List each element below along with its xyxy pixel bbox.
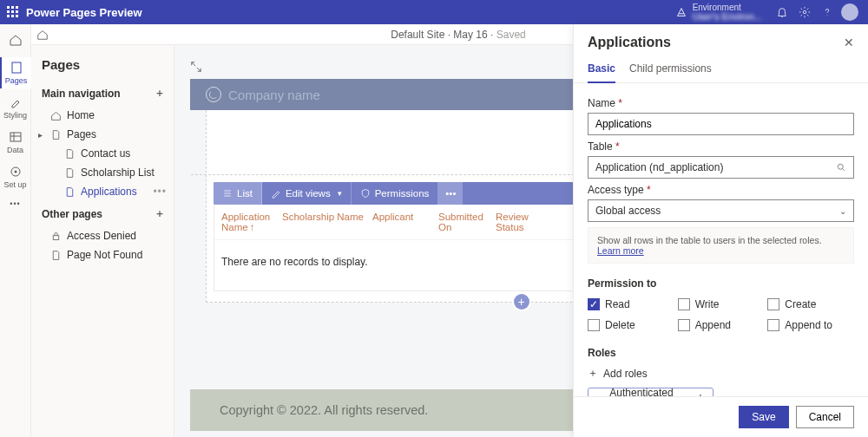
access-hint: Show all rows in the table to users in t…: [588, 227, 854, 264]
chevron-down-icon: ▾: [338, 189, 342, 198]
save-button[interactable]: Save: [739, 406, 788, 428]
role-chip[interactable]: Authenticated Users ⋮: [588, 388, 713, 396]
company-name: Company name: [228, 88, 320, 102]
item-more-icon[interactable]: •••: [153, 186, 167, 198]
panel-title: Applications: [588, 35, 671, 50]
learn-more-link[interactable]: Learn more: [597, 245, 644, 256]
top-bar: Power Pages Preview Environment User's E…: [0, 0, 868, 24]
home-icon: [9, 33, 23, 47]
table-select[interactable]: Application (nd_application): [588, 156, 854, 179]
tree-item-contact[interactable]: Contact us: [31, 144, 174, 163]
access-label: Access type *: [588, 184, 854, 196]
chevron-down-icon: ⌄: [839, 206, 846, 216]
permissions-panel: Applications ✕ Basic Child permissions N…: [573, 24, 868, 437]
chevron-right-icon[interactable]: ▸: [38, 130, 43, 140]
settings-icon[interactable]: [793, 1, 816, 23]
tb-edit-views[interactable]: Edit views▾: [262, 182, 352, 205]
tb-permissions[interactable]: Permissions: [352, 182, 439, 205]
user-avatar[interactable]: [838, 1, 861, 23]
notifications-icon[interactable]: [771, 1, 793, 23]
rail-setup[interactable]: Set up: [0, 161, 31, 192]
col-app-name[interactable]: Application Name↑: [221, 212, 282, 232]
svg-rect-2: [10, 133, 21, 141]
tree-item-access-denied[interactable]: Access Denied: [31, 226, 174, 245]
environment-name: User's Environ...: [693, 12, 762, 22]
add-roles-button[interactable]: ＋Add roles: [588, 366, 854, 381]
tb-list[interactable]: List: [214, 182, 262, 205]
brush-icon: [9, 95, 23, 109]
sort-asc-icon: ↑: [250, 222, 255, 232]
chk-append[interactable]: Append: [678, 319, 765, 331]
pages-panel: Pages Main navigation ＋ Home ▸Pages Cont…: [31, 45, 174, 437]
tree-item-pages[interactable]: ▸Pages: [31, 125, 174, 144]
site-logo: [206, 87, 221, 102]
list-icon: [222, 188, 233, 199]
checkbox-checked-icon: ✓: [588, 298, 600, 310]
chk-delete[interactable]: Delete: [588, 319, 674, 331]
table-label: Table *: [588, 140, 854, 153]
help-icon[interactable]: [816, 1, 838, 23]
svg-point-4: [14, 171, 16, 173]
col-scholarship[interactable]: Scholarship Name: [282, 212, 372, 232]
close-icon[interactable]: ✕: [844, 36, 854, 49]
col-submitted[interactable]: Submitted On: [438, 212, 496, 232]
col-review[interactable]: Review Status: [496, 212, 553, 232]
svg-rect-1: [12, 62, 21, 73]
app-launcher-icon[interactable]: [7, 6, 19, 18]
tree-item-scholarship[interactable]: Scholarship List: [31, 163, 174, 182]
rail-home[interactable]: [0, 28, 31, 54]
shield-icon: [360, 188, 371, 199]
permission-to-label: Permission to: [588, 277, 854, 290]
tab-child[interactable]: Child permissions: [629, 57, 712, 82]
rail-more[interactable]: •••: [0, 196, 31, 212]
chk-appendto[interactable]: Append to: [767, 319, 854, 331]
svg-point-0: [803, 10, 806, 14]
checkbox-icon: [767, 319, 779, 331]
tree-item-not-found[interactable]: Page Not Found: [31, 245, 174, 264]
product-title: Power Pages Preview: [26, 6, 142, 19]
tab-basic[interactable]: Basic: [588, 57, 615, 83]
environment-picker[interactable]: Environment User's Environ...: [675, 3, 762, 22]
plus-icon: ＋: [588, 366, 598, 381]
rail-data[interactable]: Data: [0, 127, 31, 158]
svg-rect-5: [53, 235, 59, 239]
chk-write[interactable]: Write: [678, 298, 765, 310]
name-label: Name *: [588, 97, 854, 109]
page-icon: [10, 61, 23, 75]
panel-title: Pages: [31, 45, 174, 81]
col-applicant[interactable]: Applicant: [372, 212, 438, 232]
rail-styling[interactable]: Styling: [0, 92, 31, 123]
section-main-nav: Main navigation ＋: [31, 81, 174, 106]
data-icon: [9, 130, 23, 144]
setup-icon: [9, 165, 23, 179]
access-select[interactable]: Global access ⌄: [588, 199, 854, 222]
cancel-button[interactable]: Cancel: [796, 406, 854, 428]
chk-read[interactable]: ✓Read: [588, 298, 674, 310]
add-other-page-button[interactable]: ＋: [155, 206, 165, 221]
tree-item-home[interactable]: Home: [31, 106, 174, 125]
roles-label: Roles: [588, 347, 854, 359]
add-page-button[interactable]: ＋: [155, 86, 165, 101]
section-other: Other pages ＋: [31, 201, 174, 226]
checkbox-icon: [678, 319, 690, 331]
home-icon[interactable]: [36, 29, 49, 41]
tree-item-applications[interactable]: Applications•••: [31, 182, 174, 201]
svg-point-6: [838, 164, 843, 169]
chk-create[interactable]: Create: [767, 298, 854, 310]
environment-icon: [675, 6, 687, 18]
expand-icon[interactable]: [190, 61, 202, 73]
edit-icon: [271, 188, 281, 199]
search-icon: [836, 162, 846, 173]
name-input[interactable]: [588, 113, 854, 135]
checkbox-icon: [678, 298, 690, 310]
rail-pages[interactable]: Pages: [0, 57, 31, 88]
tb-more[interactable]: •••: [438, 182, 463, 205]
left-rail: Pages Styling Data Set up •••: [0, 24, 31, 437]
checkbox-icon: [767, 298, 779, 310]
add-section-button[interactable]: +: [514, 294, 529, 310]
checkbox-icon: [588, 319, 600, 331]
